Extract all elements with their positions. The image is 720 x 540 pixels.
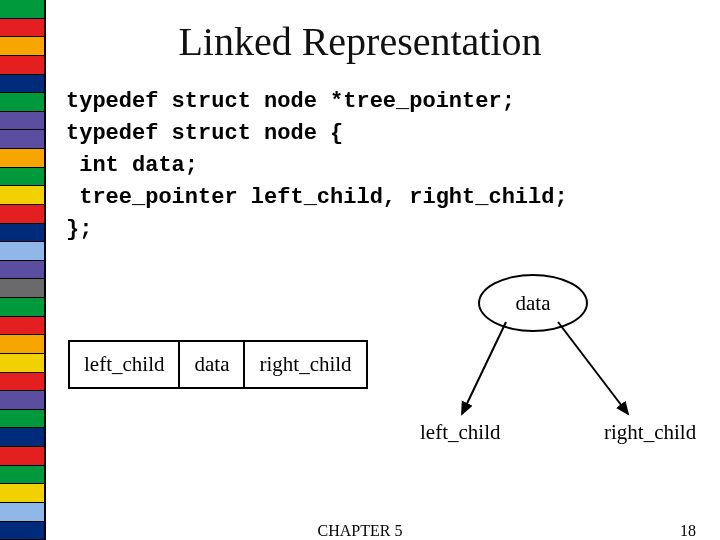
stripe [0, 354, 46, 373]
code-block: typedef struct node *tree_pointer; typed… [66, 86, 568, 245]
stripe [0, 335, 46, 354]
stripe [0, 484, 46, 503]
stripe [0, 224, 46, 243]
stripe [0, 261, 46, 280]
stripe [0, 373, 46, 392]
code-line: int data; [66, 153, 198, 178]
code-line: typedef struct node { [66, 121, 343, 146]
footer-chapter: CHAPTER 5 [0, 522, 720, 540]
table-cell-left: left_child [69, 341, 179, 388]
svg-line-0 [462, 322, 506, 414]
code-line: tree_pointer left_child, right_child; [66, 185, 568, 210]
code-line: }; [66, 217, 92, 242]
table-row: left_child data right_child [69, 341, 367, 388]
stripe [0, 168, 46, 187]
table-cell-data: data [179, 341, 244, 388]
node-table: left_child data right_child [68, 340, 368, 389]
stripe [0, 130, 46, 149]
table-cell-right: right_child [244, 341, 366, 388]
stripe [0, 447, 46, 466]
stripe [0, 410, 46, 429]
tree-right-child-label: right_child [604, 420, 696, 445]
code-line: typedef struct node *tree_pointer; [66, 89, 515, 114]
stripe [0, 279, 46, 298]
stripe [0, 391, 46, 410]
decorative-stripe-column [0, 0, 46, 540]
stripe [0, 75, 46, 94]
stripe [0, 466, 46, 485]
tree-arrows [0, 0, 720, 540]
stripe [0, 205, 46, 224]
stripe [0, 298, 46, 317]
stripe [0, 317, 46, 336]
stripe [0, 428, 46, 447]
stripe [0, 0, 46, 19]
footer-page-number: 18 [680, 522, 696, 540]
tree-node-label: data [516, 291, 551, 316]
stripe [0, 149, 46, 168]
stripe [0, 112, 46, 131]
tree-left-child-label: left_child [420, 420, 500, 445]
stripe [0, 93, 46, 112]
stripe [0, 503, 46, 522]
stripe [0, 186, 46, 205]
tree-node-ellipse: data [478, 274, 588, 332]
slide-title: Linked Representation [0, 18, 720, 65]
svg-line-1 [558, 322, 628, 414]
stripe [0, 242, 46, 261]
